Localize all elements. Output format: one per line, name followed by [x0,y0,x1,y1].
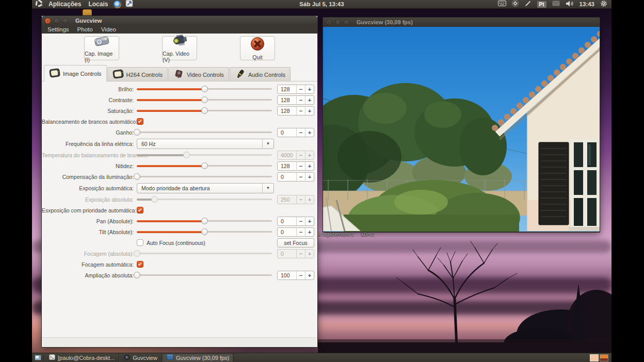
maximize-icon[interactable]: □ [344,20,349,25]
plus-button[interactable]: + [305,85,314,93]
minus-button[interactable]: − [296,250,305,258]
tab-h264-controls[interactable]: H264 Controls [107,67,168,81]
slider-track[interactable] [137,253,272,254]
taskbar-item[interactable]: Guvcview [119,353,162,362]
chevron-down-icon[interactable]: ▼ [262,184,273,193]
slider-handle[interactable] [201,96,208,103]
minus-button[interactable]: − [296,228,305,236]
workspace-2[interactable] [600,354,608,361]
slider-track[interactable] [137,176,272,177]
minimize-icon[interactable]: − [54,18,59,24]
dropdown[interactable]: Modo prioridade da abertura▼ [137,183,274,193]
plus-button[interactable]: + [305,195,314,204]
value-spinbox[interactable]: 128−+ [277,85,314,94]
plus-button[interactable]: + [305,96,314,104]
slider-track[interactable] [137,274,272,276]
menu-item-photo[interactable]: Photo [74,26,96,33]
slider[interactable] [137,171,272,182]
spinbox-value[interactable]: 128 [278,162,296,170]
spinbox-value[interactable]: 0 [278,250,296,258]
slider[interactable] [137,160,272,171]
plus-button[interactable]: + [305,173,314,181]
volume-icon[interactable] [566,1,574,8]
panel-clock-time[interactable]: 13:43 [579,1,594,7]
plus-button[interactable]: + [305,228,314,236]
language-indicator[interactable]: Pt [537,1,546,8]
close-icon[interactable]: ✕ [45,18,51,24]
menu-item-video[interactable]: Video [98,26,120,33]
plus-button[interactable]: + [305,151,314,159]
keyboard-icon[interactable] [498,1,506,8]
menu-item-settings[interactable]: Settings [44,26,73,33]
plus-button[interactable]: + [305,128,314,137]
slider[interactable] [137,226,272,237]
slider[interactable] [137,127,272,138]
minus-button[interactable]: − [296,85,305,93]
plus-button[interactable]: + [305,107,314,115]
tab-video-controls[interactable]: Video Controls [168,67,229,81]
value-spinbox[interactable]: 128−+ [277,95,314,105]
slider[interactable] [137,194,272,205]
plus-button[interactable]: + [305,162,314,170]
spinbox-value[interactable]: 0 [278,173,296,181]
checkbox[interactable]: ✔ [137,261,143,268]
desktop-folder-icon[interactable] [83,9,92,15]
tab-audio-controls[interactable]: Audio Controls [230,67,291,81]
value-spinbox[interactable]: 0−+ [277,249,314,258]
value-spinbox[interactable]: 100−+ [277,271,314,280]
slider[interactable] [137,216,272,226]
minus-button[interactable]: − [296,107,305,115]
taskbar-item[interactable]: [paulo@Cobra-deskt... [44,353,119,362]
firefox-icon[interactable] [114,1,121,8]
checkbox[interactable]: ✔ [137,207,143,213]
slider[interactable] [137,84,272,94]
plus-button[interactable]: + [305,217,314,225]
spinbox-value[interactable]: 128 [278,96,296,104]
slider-handle[interactable] [201,228,208,235]
slider-handle[interactable] [183,152,190,158]
slider[interactable] [137,94,272,105]
minus-button[interactable]: − [296,173,305,181]
slider[interactable] [137,150,272,160]
minus-button[interactable]: − [296,217,305,225]
slider-handle[interactable] [201,218,208,224]
chevron-down-icon[interactable]: ▼ [262,139,273,149]
value-spinbox[interactable]: 128−+ [277,106,314,116]
tab-image-controls[interactable]: Image Controls [44,65,107,81]
spinbox-value[interactable]: 128 [278,85,296,93]
minimize-icon[interactable]: − [335,20,341,25]
menu-places[interactable]: Locais [87,1,109,8]
minus-button[interactable]: − [296,162,305,170]
close-icon[interactable]: ✕ [326,20,332,25]
control-window-titlebar[interactable]: ✕ − □ Guvcview [42,16,317,25]
spinbox-value[interactable]: 0 [278,217,296,225]
value-spinbox[interactable]: 0−+ [277,217,314,226]
checkbox[interactable]: ✔ [137,118,143,125]
gear-icon[interactable] [600,0,607,9]
spinbox-value[interactable]: 100 [278,271,296,279]
mail-icon[interactable] [552,1,560,8]
taskbar-item[interactable]: Guvcview (30,09 fps) [162,353,234,362]
plus-button[interactable]: + [305,271,314,279]
maximize-icon[interactable]: □ [62,18,68,24]
slider[interactable] [137,105,272,116]
dropdown[interactable]: 60 Hz▼ [137,139,274,149]
slider-handle[interactable] [134,173,140,180]
ubuntu-logo-icon[interactable] [35,0,43,9]
spinbox-value[interactable]: 0 [278,228,296,236]
minus-button[interactable]: − [296,128,305,137]
slider-handle[interactable] [201,107,208,114]
value-spinbox[interactable]: 128−+ [277,161,314,171]
slider-handle[interactable] [201,162,208,169]
spinbox-value[interactable]: 0 [278,128,296,137]
value-spinbox[interactable]: 0−+ [277,172,314,182]
slider-track[interactable] [137,131,272,133]
pen-icon[interactable] [524,0,532,9]
value-spinbox[interactable]: 4000−+ [277,151,314,160]
slider[interactable] [137,248,272,259]
cap-image-button[interactable]: Cap. Image (I) [84,36,119,60]
value-spinbox[interactable]: 250−+ [277,195,314,204]
set-focus-button[interactable]: set Focus [277,238,314,248]
slider-handle[interactable] [134,129,140,136]
launcher-icon[interactable] [125,0,133,9]
